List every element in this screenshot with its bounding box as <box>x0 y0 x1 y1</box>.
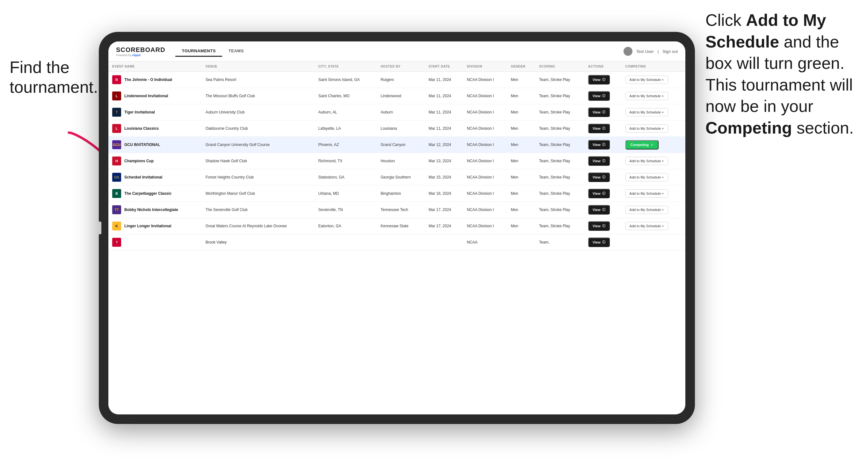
team-logo: TT <box>112 205 121 214</box>
table-row: L Louisiana Classics Oakbourne Country C… <box>108 121 685 137</box>
add-to-schedule-button[interactable]: Add to My Schedule + <box>625 222 668 230</box>
start-date-cell: Mar 17, 2024 <box>425 218 463 234</box>
start-date-cell: Mar 11, 2024 <box>425 121 463 137</box>
start-date-cell: Mar 11, 2024 <box>425 104 463 121</box>
view-button[interactable]: View ⓘ <box>588 189 610 198</box>
scoring-cell: Team, Stroke Play <box>535 218 584 234</box>
city-state-cell: Statesboro, GA <box>315 169 377 186</box>
add-to-schedule-button[interactable]: Add to My Schedule + <box>625 124 668 133</box>
venue-cell: The Missouri Bluffs Golf Club <box>202 88 315 104</box>
scoring-cell: Team, <box>535 234 584 251</box>
start-date-cell <box>425 234 463 251</box>
table-row: B The Carpetbagger Classic Worthington M… <box>108 186 685 202</box>
col-start-date: START DATE <box>425 62 463 72</box>
venue-cell: The Sevierville Golf Club <box>202 202 315 218</box>
actions-cell: View ⓘ <box>584 186 622 202</box>
team-logo: GS <box>112 173 121 182</box>
start-date-cell: Mar 11, 2024 <box>425 88 463 104</box>
col-competing: COMPETING <box>622 62 685 72</box>
brand-name: clippd <box>132 54 141 57</box>
venue-cell: Forest Heights Country Club <box>202 169 315 186</box>
add-to-schedule-button[interactable]: Add to My Schedule + <box>625 189 668 198</box>
venue-cell: Oakbourne Country Club <box>202 121 315 137</box>
hosted-by-cell: Georgia Southern <box>377 169 425 186</box>
user-name: Test User <box>636 49 654 54</box>
scoring-cell: Team, Stroke Play <box>535 186 584 202</box>
header-right: Test User | Sign out <box>623 47 678 56</box>
event-name-cell: GS Schenkel Invitational <box>108 169 202 186</box>
team-logo: R <box>112 75 121 84</box>
col-actions: ACTIONS <box>584 62 622 72</box>
division-cell: NCAA Division I <box>463 169 507 186</box>
start-date-cell: Mar 11, 2024 <box>425 72 463 88</box>
gender-cell <box>507 234 535 251</box>
sign-out-link[interactable]: Sign out <box>662 49 678 54</box>
view-button[interactable]: View ⓘ <box>588 221 610 231</box>
view-button[interactable]: View ⓘ <box>588 75 610 85</box>
view-button[interactable]: View ⓘ <box>588 238 610 247</box>
view-button[interactable]: View ⓘ <box>588 140 610 150</box>
division-cell: NCAA <box>463 234 507 251</box>
start-date-cell: Mar 17, 2024 <box>425 202 463 218</box>
add-to-schedule-button[interactable]: Add to My Schedule + <box>625 92 668 100</box>
add-to-schedule-button[interactable]: Add to My Schedule + <box>625 157 668 165</box>
event-name-cell: TT Bobby Nichols Intercollegiate <box>108 202 202 218</box>
actions-cell: View ⓘ <box>584 153 622 169</box>
gender-cell: Men <box>507 169 535 186</box>
event-name-cell: B The Carpetbagger Classic <box>108 186 202 202</box>
event-name: Tiger Invitational <box>124 110 155 115</box>
gender-cell: Men <box>507 104 535 121</box>
col-city-state: CITY, STATE <box>315 62 377 72</box>
hosted-by-cell: Kennesaw State <box>377 218 425 234</box>
table-row: T Tiger Invitational Auburn University C… <box>108 104 685 121</box>
col-scoring: SCORING <box>535 62 584 72</box>
division-cell: NCAA Division I <box>463 72 507 88</box>
table-row: TT Bobby Nichols Intercollegiate The Sev… <box>108 202 685 218</box>
user-avatar <box>623 47 632 56</box>
competing-cell: Add to My Schedule + <box>622 186 685 202</box>
col-event-name: EVENT NAME <box>108 62 202 72</box>
nav-tab-teams[interactable]: TEAMS <box>222 46 250 57</box>
table-header-row: EVENT NAME VENUE CITY, STATE HOSTED BY S… <box>108 62 685 72</box>
city-state-cell: Saint Charles, MO <box>315 88 377 104</box>
view-button[interactable]: View ⓘ <box>588 91 610 101</box>
start-date-cell: Mar 12, 2024 <box>425 137 463 153</box>
event-name: Lindenwood Invitational <box>124 94 168 98</box>
event-name: The Johnnie - O Individual <box>124 77 172 82</box>
view-button[interactable]: View ⓘ <box>588 107 610 117</box>
scoring-cell: Team, Stroke Play <box>535 169 584 186</box>
start-date-cell: Mar 15, 2024 <box>425 169 463 186</box>
city-state-cell: Urbana, MD <box>315 186 377 202</box>
add-to-schedule-button[interactable]: Add to My Schedule + <box>625 108 668 116</box>
competing-button[interactable]: Competing ✓ <box>625 140 658 150</box>
venue-cell: Great Waters Course At Reynolds Lake Oco… <box>202 218 315 234</box>
add-to-schedule-button[interactable]: Add to My Schedule + <box>625 206 668 214</box>
scoring-cell: Team, Stroke Play <box>535 153 584 169</box>
city-state-cell: Saint Simons Island, GA <box>315 72 377 88</box>
view-button[interactable]: View ⓘ <box>588 173 610 182</box>
event-name: The Carpetbagger Classic <box>124 191 172 196</box>
team-logo: L <box>112 124 121 133</box>
team-logo: GCU <box>112 140 121 149</box>
view-button[interactable]: View ⓘ <box>588 205 610 215</box>
city-state-cell: Phoenix, AZ <box>315 137 377 153</box>
hosted-by-cell: Houston <box>377 153 425 169</box>
view-button[interactable]: View ⓘ <box>588 156 610 166</box>
event-name-cell: T Tiger Invitational <box>108 104 202 121</box>
gender-cell: Men <box>507 153 535 169</box>
actions-cell: View ⓘ <box>584 104 622 121</box>
actions-cell: View ⓘ <box>584 72 622 88</box>
nav-tab-tournaments[interactable]: TOURNAMENTS <box>175 46 222 57</box>
event-name-cell: L Lindenwood Invitational <box>108 88 202 104</box>
team-logo: ? <box>112 238 121 247</box>
scoring-cell: Team, Stroke Play <box>535 137 584 153</box>
view-button[interactable]: View ⓘ <box>588 124 610 133</box>
event-name-cell: K Linger Longer Invitational <box>108 218 202 234</box>
add-to-schedule-button[interactable]: Add to My Schedule + <box>625 173 668 181</box>
scoring-cell: Team, Stroke Play <box>535 104 584 121</box>
app-logo: SCOREBOARD <box>116 46 165 54</box>
city-state-cell: Eatonton, GA <box>315 218 377 234</box>
add-to-schedule-button[interactable]: Add to My Schedule + <box>625 75 668 84</box>
competing-label: Competing <box>630 143 649 147</box>
table-row: GS Schenkel Invitational Forest Heights … <box>108 169 685 186</box>
